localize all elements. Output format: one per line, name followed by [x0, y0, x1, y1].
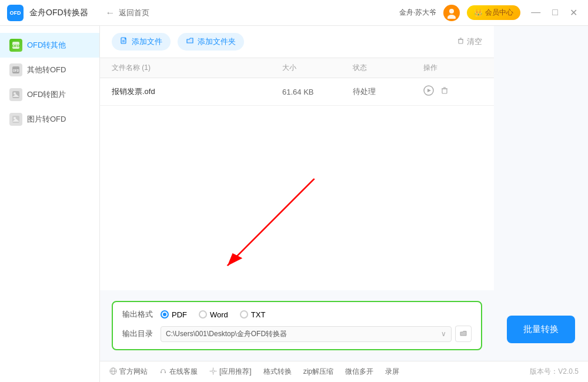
format-txt[interactable]: TXT: [240, 310, 266, 319]
website-link[interactable]: 官方网站: [109, 367, 148, 377]
content-area: [100, 175, 494, 291]
vip-button[interactable]: 👑 会员中心: [467, 5, 520, 20]
col-action-header: 操作: [423, 63, 482, 73]
svg-rect-29: [161, 371, 162, 373]
delete-row-button[interactable]: [440, 86, 449, 98]
zip-link[interactable]: zip解压缩: [303, 367, 333, 377]
pdf-radio[interactable]: [161, 310, 169, 319]
clear-button[interactable]: 清空: [457, 36, 482, 47]
globe-icon: [109, 367, 117, 377]
format-row: 输出格式 PDF Word: [122, 309, 472, 320]
version-label: 版本号：V2.0.5: [530, 367, 579, 376]
path-input: C:\Users\001\Desktop\金舟OFD转换器 ∨: [161, 326, 472, 342]
sidebar-item-ofd-other[interactable]: OFD OFD转其他: [0, 33, 99, 58]
titlebar-left: OFD 金舟OFD转换器 ← 返回首页: [7, 5, 149, 21]
word-radio[interactable]: [199, 310, 207, 319]
txt-label: TXT: [251, 310, 266, 319]
img-ofd-icon: [9, 113, 22, 126]
path-folder-button[interactable]: [455, 326, 472, 342]
trash-icon: [457, 37, 465, 46]
sidebar-item-other-ofd-label: 其他转OFD: [27, 65, 66, 75]
pdf-label: PDF: [172, 310, 187, 319]
play-button[interactable]: [423, 85, 434, 98]
user-avatar: [443, 5, 460, 21]
sidebar-item-ofd-img-label: OFD转图片: [27, 89, 66, 100]
wechat-label: 微信多开: [345, 367, 373, 377]
add-folder-label: 添加文件夹: [198, 36, 236, 47]
app-logo: OFD: [7, 5, 24, 21]
toolbar: 添加文件 添加文件夹: [100, 26, 494, 58]
annotation-arrow: [100, 175, 494, 291]
format-options: PDF Word TXT: [161, 310, 265, 319]
clear-label: 清空: [467, 36, 482, 47]
svg-line-25: [228, 179, 315, 266]
app-recommend-link[interactable]: [应用推荐]: [209, 367, 252, 377]
back-arrow-icon: ←: [106, 8, 115, 18]
back-label: 返回首页: [119, 8, 149, 18]
svg-rect-16: [459, 39, 463, 43]
statusbar: 官方网站 在线客服 [: [100, 361, 588, 382]
table-header: 文件名称 (1) 大小 状态 操作: [100, 58, 494, 78]
col-size-header: 大小: [282, 63, 353, 73]
minimize-button[interactable]: —: [527, 6, 544, 19]
file-size: 61.64 KB: [282, 88, 353, 96]
close-button[interactable]: ✕: [566, 6, 581, 19]
col-status-header: 状态: [353, 63, 423, 73]
add-file-button[interactable]: 添加文件: [112, 33, 171, 51]
pdf-radio-dot: [163, 313, 166, 316]
user-info: 金舟·苏大爷: [399, 8, 436, 18]
support-link[interactable]: 在线客服: [159, 367, 198, 377]
screen-label: 录屏: [385, 367, 399, 377]
center-right: 添加文件 添加文件夹: [100, 26, 588, 382]
main-layout: OFD OFD转其他 OFD 其他转OFD OFD转图片: [0, 26, 588, 382]
ofd-img-icon: [9, 88, 22, 101]
file-name: 报销发票.ofd: [112, 86, 282, 97]
nav-back-button[interactable]: ← 返回首页: [106, 8, 149, 18]
batch-convert-button[interactable]: 批量转换: [507, 316, 575, 343]
add-folder-button[interactable]: 添加文件夹: [178, 33, 244, 51]
support-label: 在线客服: [169, 367, 198, 377]
right-panel: 批量转换: [494, 26, 588, 361]
col-name-header: 文件名称 (1): [112, 63, 282, 73]
sidebar: OFD OFD转其他 OFD 其他转OFD OFD转图片: [0, 26, 100, 382]
sidebar-item-img-ofd[interactable]: 图片转OFD: [0, 107, 99, 132]
screen-link[interactable]: 录屏: [385, 367, 399, 377]
app-recommend-label: [应用推荐]: [219, 367, 252, 377]
sidebar-item-other-ofd[interactable]: OFD 其他转OFD: [0, 58, 99, 82]
main-content: 添加文件 添加文件夹: [100, 26, 494, 361]
file-table: 文件名称 (1) 大小 状态 操作 报销发票.ofd 61.64 KB 待处理: [100, 58, 494, 175]
wechat-link[interactable]: 微信多开: [345, 367, 373, 377]
svg-point-31: [212, 370, 215, 372]
app-title: 金舟OFD转换器: [29, 8, 88, 18]
format-pdf[interactable]: PDF: [161, 310, 187, 319]
file-status: 待处理: [353, 86, 423, 97]
vip-label: 会员中心: [485, 8, 513, 18]
svg-marker-20: [427, 89, 431, 92]
zip-label: zip解压缩: [303, 367, 333, 377]
format-label: 输出格式: [122, 309, 161, 320]
headphone-icon: [159, 367, 167, 377]
ofd-other-icon: OFD: [9, 39, 22, 52]
titlebar: OFD 金舟OFD转换器 ← 返回首页 金舟·苏大爷 👑 会员中心 — □ ✕: [0, 0, 588, 26]
table-row: 报销发票.ofd 61.64 KB 待处理: [100, 78, 494, 106]
path-text[interactable]: C:\Users\001\Desktop\金舟OFD转换器 ∨: [161, 326, 452, 342]
output-container: 输出格式 PDF Word: [100, 290, 494, 361]
output-section: 输出格式 PDF Word: [112, 301, 482, 350]
svg-text:OFD: OFD: [13, 69, 19, 72]
version-info: 版本号：V2.0.5: [530, 367, 579, 377]
sidebar-item-ofd-img[interactable]: OFD转图片: [0, 82, 99, 107]
user-label: 金舟·苏大爷: [399, 8, 436, 18]
file-actions: [423, 85, 482, 98]
window-controls: — □ ✕: [527, 6, 581, 19]
svg-point-8: [14, 92, 16, 95]
format-convert-link[interactable]: 格式转换: [263, 367, 292, 377]
maximize-button[interactable]: □: [549, 6, 562, 19]
file-icon: [120, 37, 128, 47]
txt-radio[interactable]: [240, 310, 248, 319]
website-label: 官方网站: [119, 367, 148, 377]
format-word[interactable]: Word: [199, 310, 228, 319]
crown-icon: 👑: [474, 9, 483, 17]
format-label-status: 格式转换: [263, 367, 292, 377]
dir-label: 输出目录: [122, 329, 161, 339]
other-ofd-icon: OFD: [9, 63, 22, 76]
